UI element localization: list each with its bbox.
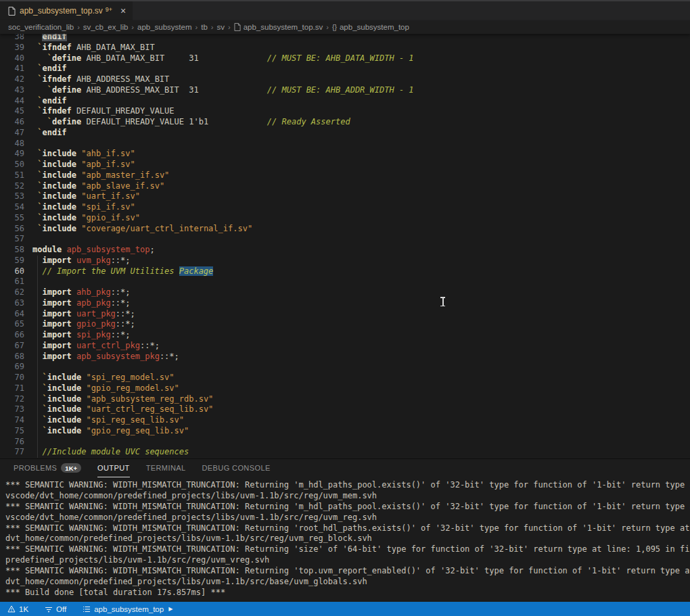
- code-line[interactable]: `include "uart_if.sv": [32, 191, 140, 202]
- editor-line-55: 55 `include "gpio_if.sv": [0, 213, 690, 224]
- code-line[interactable]: `include "gpio_reg_model.sv": [32, 383, 179, 394]
- code-line[interactable]: `ifndef DEFAULT_HREADY_VALUE: [32, 106, 175, 117]
- editor-line-42: 42 `ifndef AHB_ADDRESS_MAX_BIT: [0, 74, 690, 85]
- warning-count: 1K: [19, 605, 28, 613]
- code-line[interactable]: `include "gpio_if.sv": [32, 213, 140, 224]
- editor-line-41: 41 `endif: [0, 64, 690, 74]
- line-number: 67: [0, 341, 24, 352]
- code-line[interactable]: //Include module UVC sequences: [32, 447, 189, 458]
- code-line[interactable]: // Import the UVM Utilities Package: [32, 266, 213, 277]
- editor-line-48: 48: [0, 139, 690, 149]
- code-line[interactable]: import apb_pkg::*;: [32, 298, 131, 309]
- code-line[interactable]: import uart_ctrl_pkg::*;: [32, 341, 160, 352]
- code-line[interactable]: module apb_subsystem_top;: [32, 245, 155, 256]
- breadcrumb-separator: ›: [131, 23, 134, 31]
- code-line[interactable]: `endif: [32, 128, 67, 139]
- toggle-state-label: Off: [56, 605, 66, 613]
- panel-tab-problems[interactable]: PROBLEMS1K+: [14, 459, 81, 477]
- output-line: *** Build done [total duration 17s.857ms…: [5, 588, 690, 598]
- code-line[interactable]: import spi_pkg::*;: [32, 330, 131, 341]
- breadcrumb-item-soc-verification-lib[interactable]: soc_verification_lib: [8, 23, 74, 31]
- editor-line-69: 69: [0, 362, 690, 373]
- bottom-panel: PROBLEMS1K+OUTPUTTERMINALDEBUG CONSOLE *…: [0, 458, 690, 602]
- status-errorlens-toggle[interactable]: Off: [43, 602, 68, 616]
- line-number: 56: [0, 224, 24, 235]
- breadcrumb-item-apb-subsystem-top[interactable]: {}apb_subsystem_top: [332, 23, 409, 31]
- line-number: 72: [0, 394, 24, 405]
- editor-line-40: 40 `define AHB_DATA_MAX_BIT 31 // MUST B…: [0, 53, 690, 64]
- breadcrumb-item-tb[interactable]: tb: [201, 23, 208, 31]
- editor-line-54: 54 `include "spi_if.sv": [0, 202, 690, 213]
- breadcrumb-label: sv_cb_ex_lib: [83, 23, 128, 31]
- tab-filename: apb_subsystem_top.sv: [20, 6, 103, 16]
- line-number: 63: [0, 298, 24, 309]
- breadcrumb-label: apb_subsystem: [137, 23, 192, 31]
- editor-line-60: 60 // Import the UVM Utilities Package: [0, 266, 690, 277]
- code-line[interactable]: `endif: [32, 96, 67, 107]
- line-number: 65: [0, 319, 24, 330]
- problems-count-badge: 1K+: [61, 463, 81, 473]
- code-line[interactable]: `include "coverage/uart_ctrl_internal_if…: [32, 224, 252, 235]
- indent-guide: [37, 362, 38, 373]
- breadcrumb-item-apb-subsystem-top-sv[interactable]: apb_subsystem_top.sv: [234, 23, 323, 31]
- line-number: 61: [0, 277, 24, 287]
- code-line[interactable]: `include "spi_reg_seq_lib.sv": [32, 415, 184, 426]
- panel-tab-terminal[interactable]: TERMINAL: [146, 459, 186, 477]
- line-number: 49: [0, 149, 24, 160]
- editor-line-73: 73 `include "uart_ctrl_reg_seq_lib.sv": [0, 404, 690, 415]
- code-line[interactable]: import ahb_pkg::*;: [32, 287, 131, 298]
- code-line[interactable]: `define AHB_DATA_MAX_BIT 31 // MUST BE: …: [32, 53, 414, 64]
- breadcrumb-label: soc_verification_lib: [8, 23, 74, 31]
- status-problems-warnings[interactable]: 1K: [5, 602, 30, 616]
- panel-tab-debug-console[interactable]: DEBUG CONSOLE: [202, 459, 271, 477]
- code-line[interactable]: import apb_subsystem_pkg::*;: [32, 352, 179, 362]
- code-line[interactable]: `endif: [32, 64, 67, 74]
- line-number: 73: [0, 404, 24, 415]
- line-number: 58: [0, 245, 24, 256]
- panel-tab-label: DEBUG CONSOLE: [202, 464, 271, 472]
- line-number: 43: [0, 85, 24, 96]
- task-list-icon: [83, 606, 91, 613]
- code-line[interactable]: `include "spi_if.sv": [32, 202, 135, 213]
- code-line[interactable]: `include "apb_slave_if.sv": [32, 181, 164, 192]
- tab-apb-subsystem-top[interactable]: apb_subsystem_top.sv 9+ ×: [0, 1, 133, 20]
- breadcrumb-item-sv[interactable]: sv: [216, 23, 225, 31]
- code-line[interactable]: `include "gpio_reg_seq_lib.sv": [32, 426, 189, 437]
- editor-line-66: 66 import spi_pkg::*;: [0, 330, 690, 341]
- code-line[interactable]: `include "ahb_if.sv": [32, 149, 135, 160]
- breadcrumb-item-apb-subsystem[interactable]: apb_subsystem: [137, 23, 192, 31]
- line-number: 77: [0, 447, 24, 458]
- line-number: 52: [0, 181, 24, 192]
- vscode-window: apb_subsystem_top.sv 9+ × soc_verificati…: [0, 0, 690, 616]
- code-line[interactable]: `ifndef AHB_DATA_MAX_BIT: [32, 43, 155, 53]
- status-run-task[interactable]: apb_subsystem_top ▶: [80, 602, 175, 616]
- code-line[interactable]: `include "uart_ctrl_reg_seq_lib.sv": [32, 404, 213, 415]
- code-line[interactable]: import gpio_pkg::*;: [32, 319, 135, 330]
- code-line[interactable]: `ifndef AHB_ADDRESS_MAX_BIT: [32, 74, 169, 85]
- code-line[interactable]: `include "apb_subsystem_reg_rdb.sv": [32, 394, 213, 405]
- code-line[interactable]: `include "apb_master_if.sv": [32, 170, 169, 181]
- code-line[interactable]: import uvm_pkg::*;: [32, 256, 131, 266]
- output-line: *** SEMANTIC WARNING: WIDTH_MISMATCH_TRU…: [5, 566, 690, 577]
- code-line[interactable]: `include "spi_reg_model.sv": [32, 373, 175, 383]
- close-icon[interactable]: ×: [120, 6, 126, 16]
- line-number: 60: [0, 266, 24, 277]
- code-line[interactable]: `include "apb_if.sv": [32, 160, 135, 170]
- panel-tab-output[interactable]: OUTPUT: [97, 459, 130, 477]
- code-editor[interactable]: 38 `endif39 `ifndef AHB_DATA_MAX_BIT40 `…: [0, 34, 690, 458]
- code-line[interactable]: `define DEFAULT_HREADY_VALUE 1'b1 // Rea…: [32, 117, 350, 128]
- output-log[interactable]: *** SEMANTIC WARNING: WIDTH_MISMATCH_TRU…: [0, 477, 690, 602]
- breadcrumb-item-sv-cb-ex-lib[interactable]: sv_cb_ex_lib: [83, 23, 128, 31]
- warning-icon: [7, 605, 16, 613]
- editor-line-47: 47 `endif: [0, 128, 690, 139]
- line-number: 74: [0, 415, 24, 426]
- editor-line-50: 50 `include "apb_if.sv": [0, 160, 690, 170]
- code-line[interactable]: `endif: [32, 34, 67, 43]
- output-line: *** SEMANTIC WARNING: WIDTH_MISMATCH_TRU…: [5, 502, 690, 513]
- editor-line-63: 63 import apb_pkg::*;: [0, 298, 690, 309]
- code-line[interactable]: `define AHB_ADDRESS_MAX_BIT 31 // MUST B…: [32, 85, 414, 96]
- panel-tab-label: PROBLEMS: [14, 464, 57, 472]
- line-number: 64: [0, 309, 24, 320]
- editor-line-59: 59 import uvm_pkg::*;: [0, 256, 690, 266]
- code-line[interactable]: import uart_pkg::*;: [32, 309, 135, 320]
